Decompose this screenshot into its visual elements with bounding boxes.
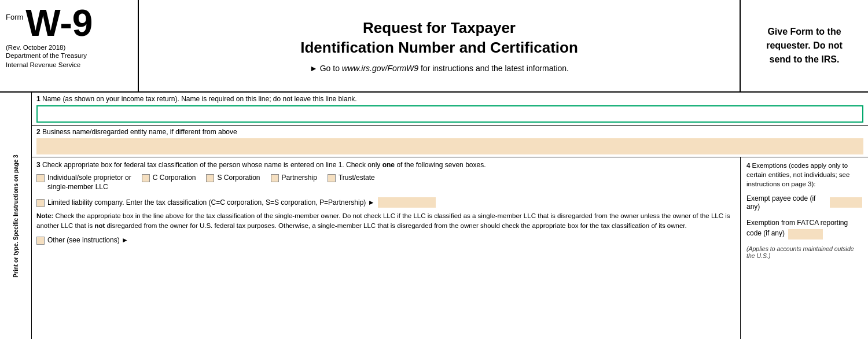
field1-section: 1 Name (as shown on your income tax retu… bbox=[32, 93, 868, 126]
checkbox-c-corp: C Corporation bbox=[142, 174, 196, 183]
fatca-input[interactable] bbox=[788, 229, 823, 239]
checkbox-individual-box[interactable] bbox=[36, 174, 45, 182]
checkbox-s-corp-box[interactable] bbox=[206, 174, 214, 182]
checkboxes-row: Individual/sole proprietor orsingle-memb… bbox=[36, 174, 735, 191]
form-label: Form bbox=[6, 5, 23, 21]
checkbox-trust: Trust/estate bbox=[328, 174, 375, 183]
field3-title: 3 Check appropriate box for federal tax … bbox=[36, 161, 735, 169]
dept-line1: Department of the Treasury bbox=[6, 51, 132, 60]
fatca-title2: code (if any) bbox=[746, 229, 785, 237]
checkbox-partnership-box[interactable] bbox=[271, 174, 279, 182]
give-form-text: Give Form to the requester. Do not send … bbox=[766, 25, 843, 67]
dept-line2: Internal Revenue Service bbox=[6, 60, 132, 69]
form-logo: Form W-9 bbox=[6, 5, 132, 42]
subtitle: ► Go to www.irs.gov/FormW9 for instructi… bbox=[310, 64, 569, 73]
main-title: Request for Taxpayer Identification Numb… bbox=[300, 19, 578, 58]
field2-section: 2 Business name/disregarded entity name,… bbox=[32, 126, 868, 157]
w9-title: W-9 bbox=[25, 5, 93, 42]
side-label: Print or type. Specific Instructions on … bbox=[0, 93, 32, 339]
checkbox-partnership-label: Partnership bbox=[282, 174, 317, 183]
checkbox-c-corp-label: C Corporation bbox=[153, 174, 196, 183]
checkbox-c-corp-box[interactable] bbox=[142, 174, 150, 182]
field34-row: 3 Check appropriate box for federal tax … bbox=[32, 157, 868, 339]
checkbox-s-corp-label: S Corporation bbox=[217, 174, 260, 183]
field2-input[interactable] bbox=[36, 138, 863, 154]
header-right: Give Form to the requester. Do not send … bbox=[741, 0, 868, 91]
rev-date: (Rev. October 2018) bbox=[6, 44, 132, 51]
fatca-row: code (if any) bbox=[746, 229, 862, 239]
llc-input[interactable] bbox=[378, 197, 436, 208]
field4-title: 4 Exemptions (codes apply only to certai… bbox=[746, 161, 862, 189]
field4-section: 4 Exemptions (codes apply only to certai… bbox=[741, 157, 868, 339]
checkbox-llc-box[interactable] bbox=[36, 199, 45, 207]
other-label: Other (see instructions) ► bbox=[47, 236, 128, 245]
note-text: Note: Check the appropriate box in the l… bbox=[36, 211, 735, 231]
checkbox-trust-box[interactable] bbox=[328, 174, 336, 182]
form-w9-page: Form W-9 (Rev. October 2018) Department … bbox=[0, 0, 868, 339]
form-body: Print or type. Specific Instructions on … bbox=[0, 93, 868, 339]
applies-text: (Applies to accounts maintained outside … bbox=[746, 245, 862, 259]
exempt-row: Exempt payee code (if any) bbox=[746, 194, 862, 211]
fatca-section: Exemption from FATCA reporting code (if … bbox=[746, 219, 862, 239]
checkbox-partnership: Partnership bbox=[271, 174, 317, 183]
checkbox-other-box[interactable] bbox=[36, 237, 45, 245]
field3-section: 3 Check appropriate box for federal tax … bbox=[32, 157, 741, 339]
llc-text: Limited liability company. Enter the tax… bbox=[47, 198, 375, 207]
side-label-text: Print or type. Specific Instructions on … bbox=[13, 154, 19, 277]
other-row: Other (see instructions) ► bbox=[36, 236, 735, 245]
form-header: Form W-9 (Rev. October 2018) Department … bbox=[0, 0, 868, 93]
checkbox-s-corp: S Corporation bbox=[206, 174, 260, 183]
checkbox-individual-label: Individual/sole proprietor orsingle-memb… bbox=[47, 174, 131, 191]
checkbox-individual: Individual/sole proprietor orsingle-memb… bbox=[36, 174, 131, 191]
field2-label: 2 Business name/disregarded entity name,… bbox=[36, 128, 863, 136]
fatca-title1: Exemption from FATCA reporting bbox=[746, 219, 862, 227]
field1-input[interactable] bbox=[36, 105, 863, 123]
main-content: 1 Name (as shown on your income tax retu… bbox=[32, 93, 868, 339]
header-center: Request for Taxpayer Identification Numb… bbox=[139, 0, 741, 91]
exempt-input[interactable] bbox=[830, 197, 862, 208]
checkbox-trust-label: Trust/estate bbox=[339, 174, 375, 183]
field1-label: 1 Name (as shown on your income tax retu… bbox=[36, 95, 863, 103]
header-left: Form W-9 (Rev. October 2018) Department … bbox=[0, 0, 139, 91]
exempt-label: Exempt payee code (if any) bbox=[746, 194, 826, 211]
llc-row: Limited liability company. Enter the tax… bbox=[36, 197, 735, 208]
